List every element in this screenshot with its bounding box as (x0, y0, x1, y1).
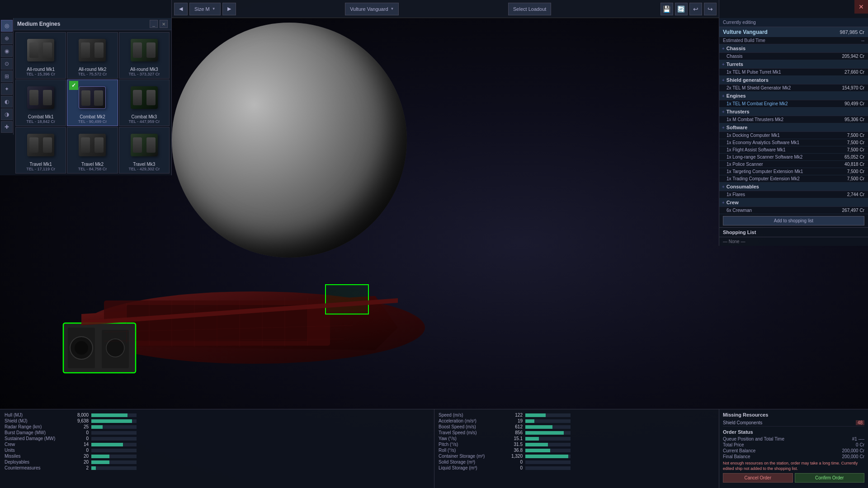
software-price-0: 7,500 Cr (847, 133, 864, 138)
software-item-2: 1x Flight Assist Software Mk1 7,500 Cr (719, 146, 868, 154)
software-name-2: 1x Flight Assist Software Mk1 (726, 147, 786, 152)
thruster-item: 1x M Combat Thrusters Mk2 95,306 Cr (719, 116, 868, 123)
stat-units: Units 0 (5, 447, 429, 453)
left-sidebar: ◎ ⊕ ◉ ⊙ ⊞ ✦ ◐ ◑ ✚ (0, 18, 14, 135)
confirm-order-button[interactable]: Confirm Order (795, 473, 865, 483)
chassis-item: Chassis 205,942 Cr (719, 53, 868, 60)
refresh-icon: 🔄 (677, 5, 685, 13)
stat-radar-bar (91, 425, 137, 429)
item-combat-mk2[interactable]: ✓ Combat Mk2 TEL - 90,499 Cr (67, 80, 118, 126)
engine-icon-2 (74, 34, 110, 66)
expand-icon-engines: + (722, 94, 725, 99)
stat-yaw-label: Yaw (°/s) (439, 436, 504, 441)
stat-container-bar (525, 455, 571, 458)
add-to-shopping-list-button[interactable]: Add to shopping list (723, 216, 864, 225)
refresh-button[interactable]: 🔄 (675, 3, 688, 15)
item-travel-mk1[interactable]: Travel Mk1 TEL - 17,119 Cr (15, 127, 66, 174)
stat-liquid-label: Liquid Storage (m³) (439, 465, 504, 470)
size-dropdown[interactable]: Size M ▼ (189, 3, 221, 15)
engine-item-price: 90,499 Cr (844, 101, 864, 106)
stat-accel-label: Acceleration (m/s²) (439, 418, 504, 423)
shield-item-name: 2x TEL M Shield Generator Mk2 (726, 85, 791, 90)
sidebar-icon-7[interactable]: ◑ (1, 108, 13, 120)
redo-button[interactable]: ↪ (704, 3, 717, 15)
right-panel: Currently editing Vulture Vanguard 987,9… (719, 0, 868, 246)
undo-button[interactable]: ↩ (689, 3, 702, 15)
stat-yaw-value: 15.1 (507, 436, 523, 441)
stat-crew-value: 14 (73, 442, 89, 447)
category-chassis[interactable]: + Chassis (719, 44, 868, 53)
category-shields[interactable]: + Shield generators (719, 76, 868, 84)
undo-icon: ↩ (693, 5, 698, 13)
expand-icon-crew: + (722, 200, 725, 205)
item-combat-mk3[interactable]: Combat Mk3 TEL - 447,959 Cr (119, 80, 170, 126)
sidebar-icon-1[interactable]: ⊕ (1, 33, 13, 44)
item-price-7: TEL - 84,758 Cr (78, 167, 107, 171)
stat-units-bar (91, 449, 137, 452)
stat-sustained-value: 0 (73, 436, 89, 441)
item-travel-mk2[interactable]: Travel Mk2 TEL - 84,758 Cr (67, 127, 118, 174)
item-price-4: TEL - 90,499 Cr (78, 119, 107, 124)
category-software[interactable]: + Software (719, 123, 868, 132)
expand-icon-turrets: + (722, 62, 725, 67)
item-price-5: TEL - 447,959 Cr (128, 119, 160, 124)
stat-pitch-bar (525, 443, 571, 446)
ship-name-label: Vulture Vanguard (350, 6, 388, 12)
stat-hull-label: Hull (MJ) (5, 413, 70, 418)
loadout-dropdown[interactable]: Select Loadout (508, 3, 551, 15)
panel-close-button[interactable]: ✕ (160, 20, 168, 28)
ship-name: Vulture Vanguard (723, 29, 768, 35)
sidebar-icon-5[interactable]: ✦ (1, 83, 13, 95)
software-item-5: 1x Targeting Computer Extension Mk1 7,50… (719, 168, 868, 175)
cancel-order-button[interactable]: Cancel Order (723, 473, 793, 483)
stat-boost-bar (525, 425, 571, 429)
chassis-item-name: Chassis (726, 54, 743, 59)
save-button[interactable]: 💾 (660, 3, 673, 15)
category-name-consumables: Consumables (726, 184, 759, 189)
next-category-btn[interactable]: ▶ (222, 3, 236, 15)
sidebar-icon-4[interactable]: ⊞ (1, 70, 13, 82)
shield-item: 2x TEL M Shield Generator Mk2 154,970 Cr (719, 84, 868, 92)
sidebar-icon-8[interactable]: ✚ (1, 121, 13, 133)
category-consumables[interactable]: + Consumables (719, 183, 868, 191)
software-item-6: 1x Trading Computer Extension Mk2 7,500 … (719, 175, 868, 183)
missing-resources-title: Missing Resources (723, 412, 864, 418)
total-price-value: 0 Cr (856, 442, 864, 447)
software-price-6: 7,500 Cr (847, 176, 864, 181)
ship-name-dropdown[interactable]: Vulture Vanguard ▼ (345, 3, 399, 15)
stat-speed-value: 122 (507, 413, 523, 418)
stat-shield-bar (91, 419, 137, 423)
expand-icon-software: + (722, 125, 725, 130)
item-all-round-mk1[interactable]: All-round Mk1 TEL - 15,396 Cr (15, 32, 66, 79)
item-combat-mk1[interactable]: Combat Mk1 TEL - 18,842 Cr (15, 80, 66, 126)
category-name-chassis: Chassis (726, 46, 745, 51)
current-balance-value: 200,000 Cr (842, 448, 864, 453)
sidebar-icon-2[interactable]: ◉ (1, 45, 13, 57)
category-turrets[interactable]: + Turrets (719, 60, 868, 69)
category-engines[interactable]: + Engines (719, 92, 868, 100)
close-button[interactable]: ✕ (854, 0, 868, 14)
minimize-button[interactable]: _ (150, 20, 158, 28)
total-price-row: Total Price 0 Cr (723, 442, 864, 448)
turret-item-price: 27,660 Cr (844, 70, 864, 75)
stat-radar-value: 25 (73, 424, 89, 429)
stat-liquid-bar (525, 466, 571, 470)
item-name-5: Combat Mk3 (131, 114, 157, 119)
item-travel-mk3[interactable]: Travel Mk3 TEL - 429,302 Cr (119, 127, 170, 174)
stat-hull-bar (91, 413, 137, 417)
sidebar-icon-6[interactable]: ◐ (1, 96, 13, 108)
engine-icon-1 (23, 34, 59, 66)
sidebar-icon-3[interactable]: ⊙ (1, 58, 13, 70)
sidebar-icon-0[interactable]: ◎ (1, 20, 13, 32)
stat-countermeasures-label: Countermeasures (5, 465, 70, 470)
item-all-round-mk2[interactable]: All-round Mk2 TEL - 75,572 Cr (67, 32, 118, 79)
final-balance-value: 200,000 Cr (842, 454, 864, 459)
software-price-5: 7,500 Cr (847, 169, 864, 174)
item-all-round-mk3[interactable]: All-round Mk3 TEL - 373,327 Cr (119, 32, 170, 79)
category-crew[interactable]: + Crew (719, 198, 868, 207)
prev-category-btn[interactable]: ◀ (174, 3, 188, 15)
engine-icon-7 (23, 129, 59, 161)
engine-icon-6 (126, 82, 162, 113)
item-name-6: Travel Mk1 (30, 162, 52, 167)
category-thrusters[interactable]: + Thrusters (719, 108, 868, 116)
